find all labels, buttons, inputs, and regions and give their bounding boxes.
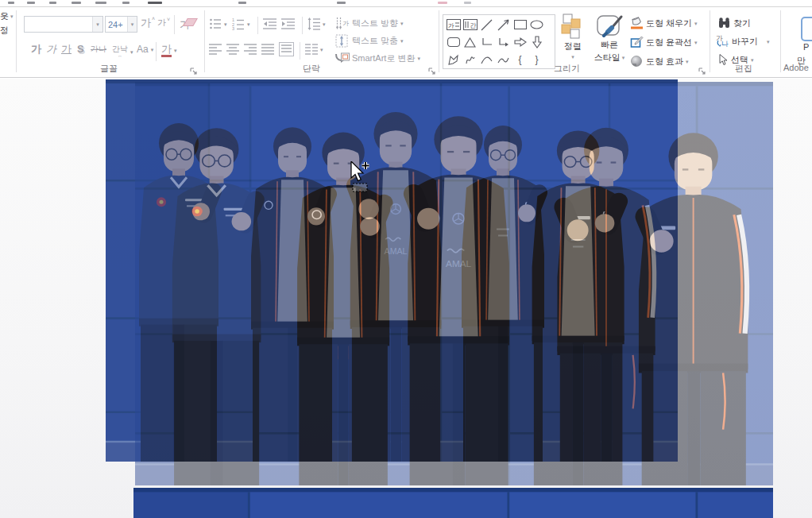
outline-pencil-icon — [630, 36, 644, 48]
clipped-glyph — [27, 2, 35, 4]
drawing-dialog-launcher[interactable] — [698, 68, 706, 75]
bold-button[interactable]: 가 — [31, 44, 41, 54]
replace-button[interactable]: 가 나 바꾸기 ▾ — [716, 35, 770, 48]
triangle-shape[interactable] — [462, 33, 478, 51]
bullets-button[interactable]: ▾ — [209, 17, 227, 30]
character-spacing-button[interactable]: 간낙↔ ▾ — [112, 45, 133, 58]
font-name-input[interactable] — [25, 17, 92, 32]
shape-effects-button[interactable]: 도형 효과▾ — [630, 55, 689, 68]
text-direction-button[interactable]: 가 텍스트 방향▾ — [335, 17, 404, 30]
text-direction-icon: 가 — [335, 17, 350, 30]
clipped-glyph — [95, 2, 106, 4]
numbering-icon: 123 — [232, 17, 245, 30]
clipped-glyph — [122, 2, 130, 4]
align-right-button[interactable] — [244, 44, 257, 55]
font-size-input[interactable] — [106, 17, 127, 32]
strikethrough-button[interactable]: 가나 — [91, 45, 106, 53]
change-case-button[interactable]: Aa▾ — [137, 44, 153, 54]
quick-styles-icon — [595, 14, 624, 38]
svg-text:가: 가 — [343, 20, 350, 27]
decrease-indent-button[interactable] — [263, 17, 276, 30]
curve-shape[interactable] — [495, 51, 512, 68]
chevron-down-icon[interactable]: ▾ — [127, 17, 137, 32]
svg-text:가: 가 — [448, 22, 454, 29]
paragraph-dialog-launcher[interactable] — [428, 68, 436, 75]
distribute-text-button[interactable] — [279, 42, 294, 56]
arrange-icon — [561, 14, 585, 39]
italic-button[interactable]: 가 — [46, 44, 56, 54]
arc-shape[interactable] — [478, 51, 495, 68]
clipped-glyph — [148, 2, 162, 4]
drawing-group-label: 그리기 — [554, 63, 580, 74]
divider — [174, 15, 175, 34]
line-spacing-icon — [307, 17, 320, 30]
justify-button[interactable] — [261, 44, 274, 55]
right-brace-shape[interactable]: } — [528, 51, 545, 68]
paragraph-group-label: 단락 — [303, 63, 320, 74]
font-dialog-launcher[interactable] — [190, 68, 198, 75]
reset-button-partial[interactable]: 정 — [0, 25, 9, 37]
elbow-arrow-connector-shape[interactable] — [495, 33, 512, 51]
scribble-shape[interactable] — [462, 51, 478, 68]
clear-formatting-button[interactable]: 가 — [180, 17, 190, 31]
align-text-button[interactable]: 텍스트 맞춤▾ — [335, 34, 404, 48]
picture-drag-ghost-b[interactable] — [135, 82, 773, 485]
arrow-shape[interactable] — [495, 16, 512, 33]
oval-shape[interactable] — [528, 16, 545, 33]
grow-font-button[interactable]: 가˄ — [141, 17, 157, 28]
horizontal-textbox-shape[interactable]: 가 — [445, 16, 462, 33]
freeform-shape[interactable] — [445, 51, 462, 68]
underline-button[interactable]: 가 — [61, 44, 72, 54]
shape-outline-button[interactable]: 도형 윤곽선▾ — [630, 36, 698, 48]
numbering-button[interactable]: 123 ▾ — [232, 17, 250, 30]
align-left-button[interactable] — [209, 44, 222, 55]
slide-canvas[interactable]: AMAL — [0, 79, 812, 518]
bullets-icon — [209, 17, 222, 30]
chevron-down-icon[interactable]: ▾ — [92, 17, 102, 32]
rounded-rectangle-shape[interactable] — [445, 33, 462, 51]
adobe-group-label: Adobe — [783, 63, 809, 74]
clipped-glyph — [464, 2, 471, 4]
clipped-glyph — [72, 2, 81, 4]
right-arrow-shape[interactable] — [512, 33, 528, 51]
quick-styles-button[interactable]: 빠른 스타일▾ — [591, 14, 628, 64]
placed-picture — [133, 488, 773, 518]
clipped-glyph — [438, 2, 447, 4]
plus-badge-icon — [362, 162, 369, 169]
rectangle-shape[interactable] — [512, 16, 528, 33]
shape-gallery: 가 간 { } ▴ ▾ ▾ — [443, 14, 555, 69]
find-button[interactable]: 찾기 — [717, 17, 751, 29]
adobe-pdf-icon[interactable] — [801, 17, 812, 41]
svg-text:간: 간 — [470, 22, 476, 29]
columns-button[interactable]: ▾ — [305, 44, 323, 55]
convert-to-smartart-button[interactable]: SmartArt로 변환▾ — [335, 52, 420, 65]
shrink-font-button[interactable]: 가˅ — [157, 18, 172, 27]
placed-picture-top-edge[interactable] — [133, 488, 773, 518]
left-brace-shape[interactable]: { — [512, 51, 528, 68]
arrange-button[interactable]: 정렬 ▾ — [559, 14, 587, 60]
align-center-button[interactable] — [226, 44, 239, 55]
color-swatch — [161, 55, 172, 57]
ribbon: 웃 ▾ 정 ▾ ▾ 가˄ 가˅ 가 가 가 가 S 가나 — [0, 6, 812, 78]
font-name-combobox[interactable]: ▾ — [24, 16, 103, 33]
layout-button-partial[interactable]: 웃 — [0, 10, 9, 22]
divider — [257, 17, 258, 34]
text-shadow-button[interactable]: S — [77, 44, 84, 54]
divider — [156, 42, 157, 61]
clipped-glyph — [238, 2, 246, 4]
binoculars-icon — [717, 17, 731, 29]
line-spacing-button[interactable]: ▾ — [307, 17, 326, 30]
font-color-button[interactable]: 가 ▾ — [161, 44, 177, 57]
increase-indent-button[interactable] — [281, 17, 295, 30]
down-arrow-shape[interactable] — [528, 33, 545, 51]
divider — [302, 17, 303, 34]
clipped-glyph — [8, 2, 14, 4]
elbow-connector-shape[interactable] — [478, 33, 495, 51]
font-size-combobox[interactable]: ▾ — [105, 16, 137, 33]
shape-fill-button[interactable]: 도형 채우기▾ — [630, 17, 698, 29]
chevron-down-icon: ▾ — [10, 14, 14, 19]
line-shape[interactable] — [478, 16, 495, 33]
divider — [300, 42, 300, 60]
vertical-textbox-shape[interactable]: 간 — [462, 16, 478, 33]
align-text-icon — [335, 34, 350, 48]
